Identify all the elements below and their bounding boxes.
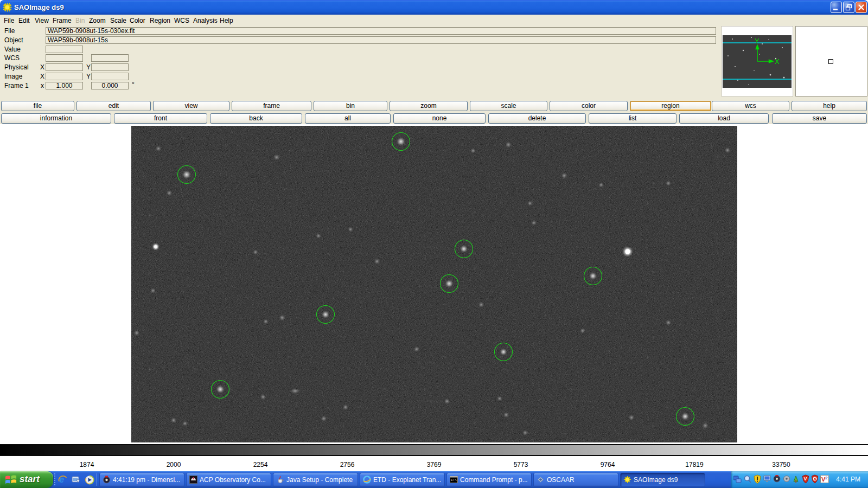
svg-text:V: V — [804, 476, 807, 481]
svg-text:2: 2 — [825, 476, 828, 480]
svg-text:C:\: C:\ — [451, 478, 457, 482]
svg-text:Y: Y — [755, 37, 760, 45]
svg-text:X: X — [775, 57, 780, 66]
